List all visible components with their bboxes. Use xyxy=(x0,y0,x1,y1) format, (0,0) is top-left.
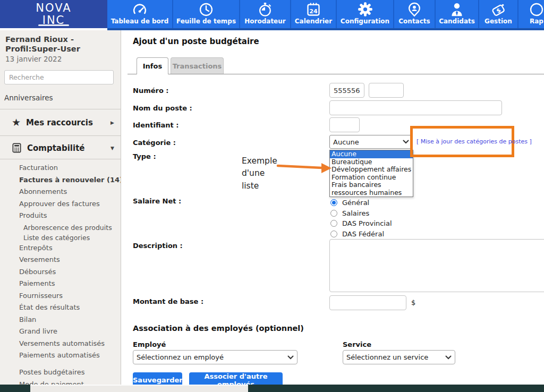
sidebar-section-shortcuts[interactable]: ★ Mes raccourcis ▶ xyxy=(0,109,121,135)
price-tag-icon: $ xyxy=(490,2,506,17)
sidebar-item-mode-de-paiement[interactable]: Mode de paiement xyxy=(19,381,121,385)
accounting-label: Comptabilité xyxy=(27,143,84,153)
categorie-label: Catégorie : xyxy=(133,139,176,147)
dashboard-gauge-icon xyxy=(132,2,147,17)
sidebar-item-liste-des-categories[interactable]: Liste des catégories xyxy=(19,234,121,242)
nav-item-gestion[interactable]: $Gestion xyxy=(479,0,518,28)
category-option-ressources-humaines[interactable]: ressources humaines xyxy=(330,189,413,197)
window-bottom-bar xyxy=(0,385,544,392)
person-icon xyxy=(449,2,464,17)
type-radio-salaires[interactable]: Salaires xyxy=(330,208,392,219)
type-radio-group: GénéralSalairesDAS ProvincialDAS Fédéral xyxy=(330,198,392,239)
identifiant-input[interactable] xyxy=(329,117,360,132)
montant-base-input[interactable] xyxy=(329,295,406,310)
nav-item-label: Feuille de temps xyxy=(176,18,236,25)
sidebar-section-accounting[interactable]: Comptabilité ▼ xyxy=(0,136,121,159)
nav-item-contacts[interactable]: Contacts xyxy=(394,0,436,28)
sidebar-item-paiements-automatises[interactable]: Paiements automatisés xyxy=(19,352,121,359)
svg-text:24: 24 xyxy=(309,7,318,14)
sidebar-item-grand-livre[interactable]: Grand livre xyxy=(19,328,121,335)
sidebar-item-paiements[interactable]: Paiements xyxy=(19,280,121,287)
update-categories-link[interactable]: [ Mise à jour des catégories de postes ] xyxy=(416,138,532,145)
nom-poste-input[interactable] xyxy=(329,100,502,115)
type-radio-das-federal[interactable]: DAS Fédéral xyxy=(330,229,392,240)
nav-item-candidats[interactable]: Candidats xyxy=(436,0,479,28)
annotation-text: Exempled'uneliste xyxy=(242,155,277,192)
brand-line1: NOVA xyxy=(36,2,71,14)
category-option-formation-continue[interactable]: Formation continue xyxy=(330,174,413,182)
nav-item-feuille-de-temps[interactable]: Feuille de temps xyxy=(173,0,240,28)
nav-item-calendrier[interactable]: 24Calendrier xyxy=(291,0,337,28)
user-block: Fernand Rioux - Profil:Super-User 13 jan… xyxy=(0,30,121,63)
description-textarea[interactable] xyxy=(329,239,544,292)
annotation-line: d'une xyxy=(242,167,277,180)
chevron-down-icon xyxy=(287,355,294,360)
sidebar-item-arborescence-des-produits[interactable]: Arborescence des produits xyxy=(19,224,121,232)
nom-poste-label: Nom du poste : xyxy=(133,104,192,112)
sidebar-item-debourses[interactable]: Déboursés xyxy=(19,268,121,276)
accounting-menu: FacturationFactures à renouveler (14)Abo… xyxy=(0,159,121,385)
sidebar-item-entrepots[interactable]: Entrepôts xyxy=(19,244,121,252)
tab-transactions[interactable]: Transactions xyxy=(171,57,224,74)
sidebar-item-bilan[interactable]: Bilan xyxy=(19,316,121,323)
radio-label: DAS Provincial xyxy=(342,219,392,227)
sidebar-item-produits[interactable]: Produits xyxy=(19,212,121,219)
type-radio-general[interactable]: Général xyxy=(330,198,392,208)
montant-base-label: Montant de base : xyxy=(133,297,203,305)
nav-item-label: Configuration xyxy=(341,18,389,25)
radio-icon xyxy=(330,220,337,227)
tab-infos[interactable]: Infos xyxy=(137,57,168,74)
chevron-down-icon xyxy=(445,355,452,360)
search-input[interactable] xyxy=(4,70,114,84)
sidebar-item-factures-a-renouveler-14[interactable]: Factures à renouveler (14) xyxy=(19,176,121,184)
categorie-select[interactable]: Aucune xyxy=(329,135,413,149)
nav-item-label: Tableau de bord xyxy=(111,18,169,25)
description-label: Description : xyxy=(133,242,183,250)
radio-icon xyxy=(330,210,337,217)
numero-input-2[interactable] xyxy=(369,83,404,98)
employee-select[interactable]: Sélectionnez un employé xyxy=(133,350,298,364)
sidebar-item-versements-automatises[interactable]: Versements automatisés xyxy=(19,340,121,347)
annotation-highlight-box: [ Mise à jour des catégories de postes ] xyxy=(410,126,514,157)
identifiant-label: Identifiant : xyxy=(133,121,179,129)
service-select[interactable]: Sélectionnez un service xyxy=(343,350,455,364)
nav-item-configuration[interactable]: Configuration xyxy=(337,0,394,28)
sidebar-item-abonnements[interactable]: Abonnements xyxy=(19,188,121,195)
category-option-frais-bancaires[interactable]: Frais bancaires xyxy=(330,181,413,189)
nav-item-rap[interactable]: Rap xyxy=(518,0,544,28)
nav-item-tableau-de-bord[interactable]: Tableau de bord xyxy=(107,0,173,28)
logo-underline xyxy=(38,24,69,26)
shortcuts-label: Mes raccourcis xyxy=(26,118,93,127)
annotation-line: Exemple xyxy=(242,155,277,167)
current-date: 13 janvier 2022 xyxy=(5,55,115,63)
category-option-developpement-affaires[interactable]: Développement affaires xyxy=(330,166,413,174)
nav-item-label: Calendrier xyxy=(295,18,332,25)
calendar-icon: 24 xyxy=(306,2,321,17)
type-radio-das-provincial[interactable]: DAS Provincial xyxy=(330,218,392,229)
user-name: Fernand Rioux - xyxy=(5,35,115,45)
nav-item-label: Gestion xyxy=(484,18,512,25)
type-label: Type : xyxy=(133,152,156,160)
numero-label: Numéro : xyxy=(133,87,169,95)
window-bottom-bar-inset xyxy=(30,385,248,392)
numero-input-1[interactable] xyxy=(329,83,364,98)
sidebar-item-postes-budgetaires[interactable]: Postes budgétaires xyxy=(19,369,121,376)
clock-icon xyxy=(199,2,214,17)
sidebar-item-etat-des-resultats[interactable]: État des résultats xyxy=(19,304,121,311)
sidebar-item-anniversaires[interactable]: Anniversaires xyxy=(0,93,121,102)
sidebar-item-approuver-des-factures[interactable]: Approuver des factures xyxy=(19,200,121,208)
nav-item-label: Contacts xyxy=(398,18,430,25)
salaire-net-label: Salaire Net : xyxy=(133,197,181,205)
category-option-aucune[interactable]: Aucune xyxy=(330,150,413,158)
nav-item-label: Rap xyxy=(530,18,543,25)
star-icon: ★ xyxy=(12,117,21,127)
category-option-bureautique[interactable]: Bureautique xyxy=(330,158,413,166)
chevron-right-icon: ▶ xyxy=(110,120,114,125)
sidebar-item-fournisseurs[interactable]: Fournisseurs xyxy=(19,292,121,300)
sidebar-item-versements[interactable]: Versements xyxy=(19,256,121,263)
employee-select-value: Sélectionnez un employé xyxy=(137,353,285,361)
nav-item-horodateur[interactable]: Horodateur xyxy=(240,0,291,28)
sidebar-item-facturation[interactable]: Facturation xyxy=(19,164,121,172)
tab-baseline xyxy=(128,74,544,74)
app-window: NOVA INC Tableau de bordFeuille de temps… xyxy=(0,0,544,392)
